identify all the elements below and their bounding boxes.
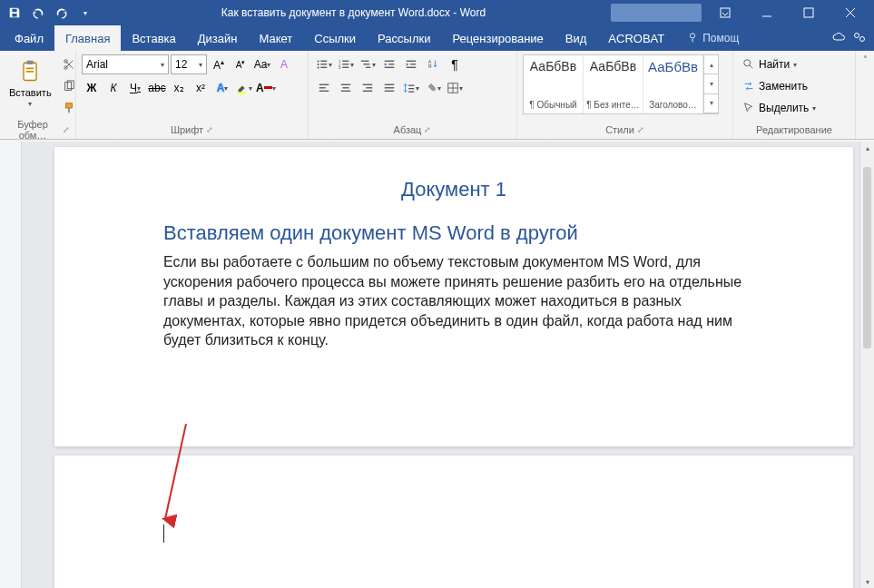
document-page-2[interactable] xyxy=(54,456,853,588)
style-heading1[interactable]: АаБбВв Заголово… xyxy=(643,55,703,113)
document-scroll-area[interactable]: Документ 1 Вставляем один документ MS Wo… xyxy=(22,142,859,588)
svg-rect-18 xyxy=(238,92,246,93)
style-no-spacing[interactable]: АаБбВв ¶ Без инте… xyxy=(584,55,643,113)
tab-file[interactable]: Файл xyxy=(4,25,54,51)
highlight-button[interactable]: ▾ xyxy=(234,78,254,98)
svg-text:Я: Я xyxy=(428,64,432,69)
font-color-button[interactable]: A▾ xyxy=(256,78,276,98)
svg-rect-42 xyxy=(319,84,329,85)
styles-group-label: Стили xyxy=(605,124,634,135)
replace-icon xyxy=(742,80,755,93)
strikethrough-button[interactable]: abc xyxy=(147,78,167,98)
collapse-ribbon-button[interactable]: ˄ xyxy=(863,54,868,64)
tab-review[interactable]: Рецензирование xyxy=(441,25,554,51)
doc-title[interactable]: Документ 1 xyxy=(163,178,744,201)
font-name-select[interactable]: Arial▾ xyxy=(82,54,169,74)
font-group-label: Шрифт xyxy=(171,124,203,135)
change-case-button[interactable]: Aa▾ xyxy=(252,54,272,74)
italic-button[interactable]: К xyxy=(103,78,123,98)
customize-qa-button[interactable]: ▾ xyxy=(74,2,96,24)
style-label: ¶ Обычный xyxy=(529,100,576,110)
style-preview: АаБбВв xyxy=(590,59,636,74)
tab-references[interactable]: Ссылки xyxy=(303,25,367,51)
tab-acrobat[interactable]: ACROBAT xyxy=(597,25,675,51)
numbering-button[interactable]: 123▾ xyxy=(336,54,356,74)
bold-button[interactable]: Ж xyxy=(82,78,102,98)
svg-rect-55 xyxy=(408,88,414,89)
multilevel-list-button[interactable]: ▾ xyxy=(358,54,378,74)
redo-button[interactable] xyxy=(51,2,73,24)
borders-button[interactable]: ▾ xyxy=(445,78,465,98)
tab-insert[interactable]: Вставка xyxy=(121,25,186,51)
clipboard-icon xyxy=(15,56,44,85)
underline-button[interactable]: Ч▾ xyxy=(125,78,145,98)
svg-rect-32 xyxy=(363,64,369,64)
svg-rect-26 xyxy=(342,61,349,62)
svg-point-6 xyxy=(855,33,859,37)
tab-home[interactable]: Главная xyxy=(54,25,121,51)
tab-layout[interactable]: Макет xyxy=(248,25,303,51)
align-left-button[interactable] xyxy=(314,78,334,98)
find-button[interactable]: Найти▾ xyxy=(739,54,820,74)
styles-launcher[interactable]: ⤢ xyxy=(637,125,644,134)
scroll-down-button[interactable]: ▾ xyxy=(860,575,874,588)
shrink-font-button[interactable]: A▾ xyxy=(231,54,250,74)
svg-rect-51 xyxy=(385,84,395,85)
decrease-indent-button[interactable] xyxy=(379,54,399,74)
text-effects-button[interactable]: A▾ xyxy=(212,78,232,98)
svg-point-5 xyxy=(691,34,695,38)
shading-button[interactable]: ▾ xyxy=(423,78,443,98)
bullets-button[interactable]: ▾ xyxy=(314,54,334,74)
font-size-select[interactable]: 12▾ xyxy=(171,54,207,74)
save-button[interactable] xyxy=(4,2,25,24)
gallery-up-button[interactable]: ▴ xyxy=(704,55,718,74)
tab-view[interactable]: Вид xyxy=(555,25,598,51)
svg-rect-33 xyxy=(366,67,370,68)
doc-body-paragraph[interactable]: Если вы работаете с большим по объему те… xyxy=(163,252,744,350)
cloud-icon[interactable] xyxy=(832,30,847,47)
gallery-down-button[interactable]: ▾ xyxy=(704,74,718,93)
sort-button[interactable]: AЯ xyxy=(423,54,443,74)
increase-indent-button[interactable] xyxy=(401,54,421,74)
scrollbar-thumb[interactable] xyxy=(863,167,871,348)
svg-rect-10 xyxy=(26,68,34,70)
maximize-button[interactable] xyxy=(789,0,829,25)
subscript-button[interactable]: x₂ xyxy=(169,78,189,98)
svg-point-7 xyxy=(860,36,865,41)
svg-rect-54 xyxy=(408,85,414,86)
clear-formatting-button[interactable]: A xyxy=(274,54,294,74)
font-launcher[interactable]: ⤢ xyxy=(206,125,213,134)
ribbon-tabs: Файл Главная Вставка Дизайн Макет Ссылки… xyxy=(0,25,874,51)
vertical-scrollbar[interactable]: ▴ ▾ xyxy=(859,142,874,588)
show-marks-button[interactable]: ¶ xyxy=(445,54,465,74)
clipboard-launcher[interactable]: ⤢ xyxy=(63,125,70,134)
document-page-1[interactable]: Документ 1 Вставляем один документ MS Wo… xyxy=(54,147,853,446)
paragraph-launcher[interactable]: ⤢ xyxy=(424,125,431,134)
select-button[interactable]: Выделить▾ xyxy=(739,98,820,118)
minimize-button[interactable] xyxy=(747,0,787,25)
style-normal[interactable]: АаБбВв ¶ Обычный xyxy=(524,55,584,113)
paste-button[interactable]: Вставить ▾ xyxy=(5,54,55,110)
gallery-more-button[interactable]: ▾ xyxy=(704,94,718,113)
doc-heading[interactable]: Вставляем один документ MS Word в другой xyxy=(163,221,744,245)
align-center-button[interactable] xyxy=(336,78,356,98)
vertical-ruler[interactable] xyxy=(0,142,22,588)
scroll-up-button[interactable]: ▴ xyxy=(860,142,874,154)
share-icon[interactable] xyxy=(852,30,867,47)
document-workspace: Документ 1 Вставляем один документ MS Wo… xyxy=(0,142,874,588)
justify-button[interactable] xyxy=(379,78,399,98)
ribbon-options-button[interactable] xyxy=(705,0,745,25)
undo-button[interactable] xyxy=(27,2,49,24)
align-right-button[interactable] xyxy=(358,78,378,98)
tell-me-input[interactable]: Помощ xyxy=(675,25,750,51)
replace-button[interactable]: Заменить xyxy=(739,76,820,96)
tab-design[interactable]: Дизайн xyxy=(187,25,249,51)
tab-mailings[interactable]: Рассылки xyxy=(367,25,441,51)
line-spacing-button[interactable]: ▾ xyxy=(401,78,421,98)
close-button[interactable] xyxy=(830,0,870,25)
svg-point-19 xyxy=(318,60,319,62)
svg-rect-37 xyxy=(407,61,417,62)
superscript-button[interactable]: x² xyxy=(191,78,211,98)
svg-rect-11 xyxy=(26,71,34,73)
grow-font-button[interactable]: A▴ xyxy=(209,54,229,74)
